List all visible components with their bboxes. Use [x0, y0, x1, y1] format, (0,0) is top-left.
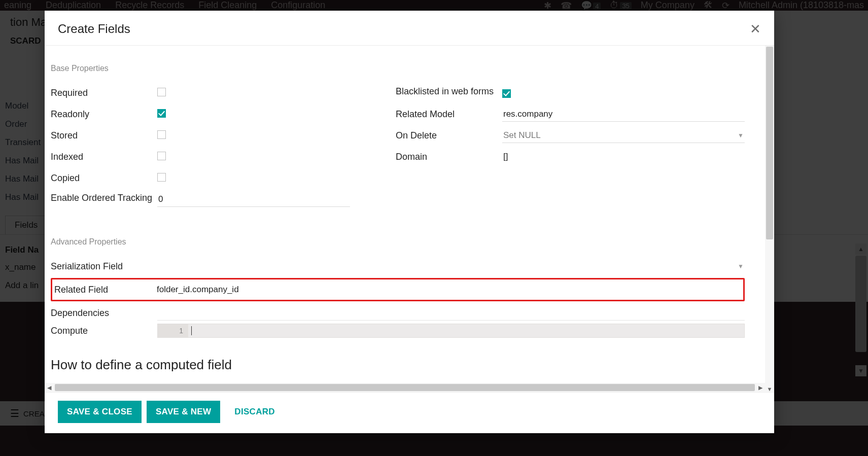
chevron-down-icon: ▼ [738, 132, 744, 139]
label-related-model: Related Model [396, 109, 502, 120]
code-gutter-line: 1 [158, 324, 188, 337]
scroll-right-icon[interactable]: ▶ [756, 383, 765, 392]
label-serialization-field: Serialization Field [51, 261, 157, 272]
checkbox-blacklisted[interactable] [502, 89, 511, 98]
modal-header: Create Fields ✕ [45, 11, 774, 46]
modal-scrollbar-vertical[interactable]: ▲ ▼ [765, 46, 774, 392]
input-related-model[interactable] [502, 107, 745, 122]
input-enable-ordered-tracking[interactable] [157, 192, 350, 207]
code-cursor [191, 326, 192, 335]
label-compute: Compute [51, 324, 157, 336]
checkbox-copied[interactable] [157, 173, 166, 182]
compute-code-editor[interactable]: 1 [157, 324, 745, 338]
label-on-delete: On Delete [396, 130, 502, 141]
computed-field-heading: How to define a computed field [51, 357, 745, 371]
close-icon[interactable]: ✕ [750, 22, 761, 36]
value-related-field[interactable]: folder_id.company_id [157, 285, 740, 295]
modal-scrollbar-horizontal[interactable]: ◀ ▶ [45, 383, 765, 392]
label-indexed: Indexed [51, 152, 157, 162]
scroll-thumb-horizontal[interactable] [55, 384, 755, 391]
section-advanced-properties: Advanced Properties [51, 237, 745, 247]
label-dependencies: Dependencies [51, 308, 157, 319]
label-domain: Domain [396, 152, 502, 162]
chevron-down-icon: ▼ [738, 263, 744, 270]
scroll-left-icon[interactable]: ◀ [45, 383, 54, 392]
select-on-delete-value: Set NULL [503, 130, 541, 141]
label-blacklisted: Blacklisted in web forms [396, 82, 502, 97]
highlighted-related-field-row: Related Field folder_id.company_id [51, 278, 745, 301]
modal-footer: Save & Close Save & New Discard [45, 392, 774, 433]
select-on-delete[interactable]: Set NULL ▼ [502, 128, 745, 143]
input-domain[interactable] [502, 150, 745, 164]
modal-body: Base Properties Required Readonly [45, 46, 765, 392]
select-serialization-field[interactable]: ▼ [157, 261, 745, 272]
label-copied: Copied [51, 173, 157, 184]
scroll-down-icon[interactable]: ▼ [765, 385, 774, 392]
label-required: Required [51, 88, 157, 98]
discard-button[interactable]: Discard [225, 401, 284, 423]
section-base-properties: Base Properties [51, 64, 745, 73]
label-readonly: Readonly [51, 109, 157, 120]
checkbox-stored[interactable] [157, 130, 166, 139]
save-new-button[interactable]: Save & New [147, 401, 220, 423]
label-enable-ordered-tracking: Enable Ordered Tracking [51, 189, 157, 204]
label-related-field: Related Field [54, 285, 157, 295]
checkbox-readonly[interactable] [157, 109, 166, 118]
scroll-thumb-vertical[interactable] [766, 47, 773, 239]
checkbox-indexed[interactable] [157, 152, 166, 160]
label-stored: Stored [51, 130, 157, 141]
modal-title: Create Fields [58, 22, 130, 36]
save-close-button[interactable]: Save & Close [58, 401, 142, 423]
checkbox-required[interactable] [157, 88, 166, 96]
input-dependencies[interactable] [157, 306, 745, 321]
create-fields-modal: Create Fields ✕ Base Properties Required… [45, 11, 774, 433]
